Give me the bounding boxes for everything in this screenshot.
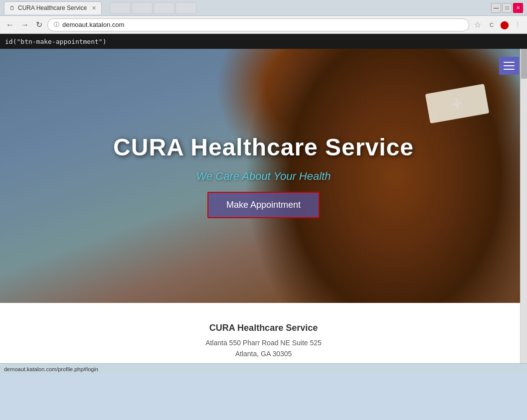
address-bar[interactable]: ⓘ demoaut.katalon.com (47, 18, 469, 31)
maximize-button[interactable]: □ (502, 3, 512, 13)
tab-title: CURA Healthcare Service (18, 4, 87, 11)
extra-tab-3[interactable] (154, 2, 175, 14)
tab-close-btn[interactable]: ✕ (92, 5, 96, 11)
extension-btn-1[interactable]: C (486, 19, 497, 30)
back-button[interactable]: ← (4, 19, 16, 30)
nav-extra-buttons: C ⬤ ⋮ (486, 19, 523, 30)
menu-btn[interactable]: ⋮ (512, 19, 523, 30)
browser-window: 🗒 CURA Healthcare Service ✕ — □ ✕ ← → ↻ … (0, 0, 527, 374)
lock-icon: ⓘ (54, 21, 59, 28)
hamburger-line-1 (504, 62, 515, 63)
status-bar: demoaut.katalon.com/profile.php#login (0, 363, 527, 374)
browser-scrollbar[interactable] (520, 114, 527, 363)
browser-content: CURA Healthcare Service We Care About Yo… (0, 49, 527, 374)
hero-title: CURA Healthcare Service (113, 134, 414, 161)
extra-tab-4[interactable] (176, 2, 196, 14)
record-btn[interactable]: ⬤ (499, 19, 510, 30)
url-display: demoaut.katalon.com (62, 21, 463, 28)
tab-favicon: 🗒 (9, 5, 15, 11)
other-tabs (110, 2, 196, 14)
spy-code-bar: id("btn-make-appointment") (0, 34, 527, 49)
hamburger-menu-button[interactable] (499, 57, 519, 75)
hamburger-line-3 (504, 69, 515, 70)
minimize-button[interactable]: — (491, 3, 501, 13)
close-button[interactable]: ✕ (513, 3, 523, 13)
window-controls: — □ ✕ (491, 3, 523, 13)
scrollbar-thumb[interactable] (521, 49, 527, 79)
bookmark-icon[interactable]: ☆ (474, 20, 481, 29)
code-text: id("btn-make-appointment") (5, 38, 107, 45)
nav-bar: ← → ↻ ⓘ demoaut.katalon.com ☆ C ⬤ ⋮ (0, 16, 527, 34)
extra-tab-1[interactable] (110, 2, 131, 14)
make-appointment-button[interactable]: Make Appointment (207, 192, 320, 218)
extra-tab-2[interactable] (132, 2, 153, 14)
forward-button[interactable]: → (19, 19, 31, 30)
footer-brand: CURA Healthcare Service (209, 323, 318, 333)
hero-section: CURA Healthcare Service We Care About Yo… (0, 49, 527, 303)
hamburger-line-2 (504, 65, 515, 66)
hero-content: CURA Healthcare Service We Care About Yo… (113, 134, 414, 218)
footer-address-line1: Atlanta 550 Pharr Road NE Suite 525 (205, 337, 322, 348)
browser-tab[interactable]: 🗒 CURA Healthcare Service ✕ (4, 1, 102, 14)
hero-subtitle: We Care About Your Health (196, 170, 331, 183)
footer-address: Atlanta 550 Pharr Road NE Suite 525 Atla… (205, 337, 322, 360)
reload-button[interactable]: ↻ (34, 19, 44, 30)
footer-address-line2: Atlanta, GA 30305 (205, 348, 322, 359)
status-url: demoaut.katalon.com/profile.php#login (4, 366, 98, 372)
title-bar: 🗒 CURA Healthcare Service ✕ — □ ✕ (0, 0, 527, 16)
